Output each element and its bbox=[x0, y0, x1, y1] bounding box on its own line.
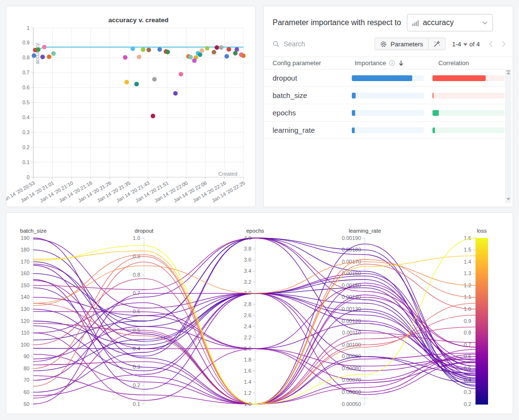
next-page-button[interactable] bbox=[502, 41, 506, 47]
svg-text:0.00150: 0.00150 bbox=[342, 282, 361, 288]
search-input[interactable] bbox=[283, 40, 343, 48]
table-row[interactable]: epochs bbox=[264, 104, 513, 122]
importance-bar bbox=[352, 75, 424, 81]
run-line bbox=[33, 283, 476, 404]
panel-title: Parameter importance with respect to bbox=[273, 18, 401, 27]
scroll-down-icon[interactable] bbox=[506, 198, 510, 200]
svg-text:2.6: 2.6 bbox=[244, 312, 251, 318]
importance-bar bbox=[352, 110, 424, 116]
config-parameter-name: dropout bbox=[273, 74, 352, 82]
config-parameter-name: batch_size bbox=[273, 91, 352, 99]
correlation-cell bbox=[432, 127, 505, 133]
table-row[interactable]: dropout bbox=[264, 70, 513, 87]
svg-text:0.4: 0.4 bbox=[22, 114, 29, 120]
svg-text:0.2: 0.2 bbox=[133, 382, 140, 388]
correlation-bar bbox=[432, 93, 505, 98]
x-axis-label: Created bbox=[218, 171, 237, 177]
magic-wand-button[interactable] bbox=[428, 38, 446, 50]
svg-text:0.6: 0.6 bbox=[22, 84, 29, 90]
importance-cell bbox=[352, 127, 432, 133]
search-box[interactable] bbox=[273, 40, 375, 48]
run-point bbox=[36, 47, 40, 52]
parameter-importance-panel: Parameter importance with respect to acc… bbox=[263, 6, 513, 207]
panel-header: Parameter importance with respect to acc… bbox=[264, 6, 513, 35]
correlation-bar bbox=[432, 75, 505, 81]
pagination-range[interactable]: 1-4 bbox=[452, 41, 461, 48]
y-axis-label: accuracy bbox=[34, 42, 40, 64]
svg-text:160: 160 bbox=[21, 270, 29, 276]
svg-text:0.3: 0.3 bbox=[22, 129, 29, 135]
run-line bbox=[33, 297, 476, 404]
svg-text:0.1: 0.1 bbox=[22, 159, 29, 165]
caret-down-icon bbox=[463, 43, 467, 46]
run-line bbox=[33, 311, 476, 366]
scroll-up-icon[interactable] bbox=[506, 72, 510, 74]
parameters-button[interactable]: Parameters bbox=[375, 38, 428, 50]
importance-bar bbox=[352, 127, 424, 133]
scatter-chart[interactable]: 00.10.20.30.40.50.60.70.80.91Jan 14 '20 … bbox=[6, 6, 255, 207]
svg-text:1.0: 1.0 bbox=[133, 235, 140, 241]
info-icon[interactable] bbox=[389, 60, 395, 66]
correlation-bar bbox=[432, 110, 505, 116]
svg-text:110: 110 bbox=[21, 330, 29, 336]
magic-wand-icon bbox=[433, 40, 441, 48]
svg-text:0.1: 0.1 bbox=[133, 401, 140, 407]
sort-descending-icon[interactable] bbox=[398, 60, 404, 66]
svg-text:1.8: 1.8 bbox=[244, 357, 251, 363]
run-point bbox=[179, 72, 183, 76]
run-point bbox=[212, 50, 216, 54]
table-row[interactable]: batch_size bbox=[264, 87, 513, 104]
axis-title: epochs bbox=[246, 228, 264, 234]
table-header: Config parameter Importance Correlation bbox=[264, 56, 513, 70]
svg-text:0.00190: 0.00190 bbox=[342, 235, 361, 241]
pagination[interactable]: 1-4 of 4 bbox=[452, 41, 480, 48]
run-point bbox=[219, 45, 223, 50]
accuracy-vs-created-panel: 00.10.20.30.40.50.60.70.80.91Jan 14 '20 … bbox=[6, 6, 256, 207]
svg-text:0.7: 0.7 bbox=[22, 70, 29, 75]
svg-text:1.6: 1.6 bbox=[244, 368, 251, 374]
svg-text:3.6: 3.6 bbox=[244, 257, 251, 263]
correlation-bar bbox=[432, 127, 505, 133]
run-point bbox=[233, 51, 237, 56]
run-point bbox=[227, 47, 231, 51]
svg-text:1.4: 1.4 bbox=[464, 259, 471, 265]
best-accuracy-line bbox=[35, 47, 244, 50]
importance-cell bbox=[352, 75, 432, 81]
svg-text:0.9: 0.9 bbox=[133, 253, 140, 259]
svg-text:70: 70 bbox=[24, 377, 29, 383]
run-point bbox=[215, 45, 219, 50]
svg-text:0.2: 0.2 bbox=[22, 144, 29, 150]
table-actions: Parameters bbox=[375, 38, 445, 50]
svg-text:170: 170 bbox=[21, 259, 29, 265]
svg-text:150: 150 bbox=[21, 282, 29, 288]
correlation-cell bbox=[432, 75, 505, 81]
parallel-coordinates-chart[interactable]: 5060708090100110120130140150160170180190… bbox=[6, 213, 513, 414]
prev-page-button[interactable] bbox=[489, 41, 493, 47]
chevron-down-icon bbox=[482, 21, 488, 25]
run-point bbox=[32, 53, 36, 57]
svg-text:0.8: 0.8 bbox=[22, 55, 29, 60]
table-row[interactable]: learning_rate bbox=[264, 122, 513, 139]
bar-chart-icon bbox=[412, 20, 419, 26]
svg-text:2.8: 2.8 bbox=[244, 301, 251, 307]
metric-dropdown[interactable]: accuracy bbox=[407, 14, 493, 31]
run-point bbox=[165, 50, 170, 54]
svg-text:120: 120 bbox=[21, 318, 29, 324]
svg-text:2.4: 2.4 bbox=[244, 323, 251, 329]
run-point bbox=[198, 53, 202, 57]
run-point bbox=[205, 46, 209, 50]
run-line bbox=[33, 353, 476, 404]
importance-cell bbox=[352, 93, 432, 98]
run-point bbox=[141, 47, 145, 52]
config-parameter-name: learning_rate bbox=[273, 126, 352, 134]
run-point bbox=[151, 114, 155, 118]
svg-text:3.4: 3.4 bbox=[244, 268, 251, 274]
svg-text:0.9: 0.9 bbox=[22, 40, 29, 45]
svg-text:60: 60 bbox=[24, 389, 29, 395]
metric-dropdown-value: accuracy bbox=[423, 18, 482, 27]
table-scrollbar[interactable] bbox=[505, 69, 511, 203]
svg-text:1: 1 bbox=[27, 25, 29, 31]
svg-text:0: 0 bbox=[27, 174, 29, 180]
column-importance[interactable]: Importance bbox=[352, 59, 432, 67]
run-point bbox=[200, 48, 204, 53]
